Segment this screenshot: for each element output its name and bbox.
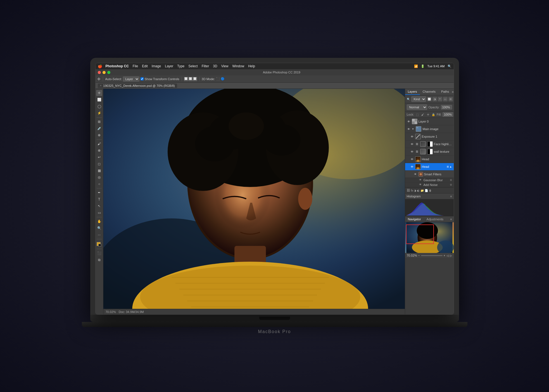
filter-type-icon[interactable]: T xyxy=(438,97,442,101)
filter-pixel-icon[interactable]: ⬜ xyxy=(427,97,432,101)
layer-eye-head1[interactable]: 👁 xyxy=(410,157,414,161)
fx-icon[interactable]: fx xyxy=(411,189,413,192)
doc-tab-close-icon[interactable]: × xyxy=(100,84,102,87)
tool-move[interactable]: ✛ xyxy=(96,90,102,96)
histogram-menu-icon[interactable]: ≡ xyxy=(450,195,452,198)
move-tool-icon[interactable]: ✛ xyxy=(97,77,101,81)
tool-heal[interactable]: ⊕ xyxy=(96,132,102,138)
lock-pixels-icon[interactable]: 🖌 xyxy=(420,112,425,117)
panel-menu-icon[interactable]: ≡ xyxy=(452,89,453,95)
layer-eye-layer0[interactable]: 👁 xyxy=(407,119,411,123)
menu-filter[interactable]: Filter xyxy=(202,64,209,68)
folder-icon[interactable]: 📁 xyxy=(420,189,424,192)
filter-adjust-icon[interactable]: ◑ xyxy=(432,97,437,101)
auto-select-dropdown[interactable]: Layer Group xyxy=(123,77,139,82)
tool-brush[interactable]: 🖌 xyxy=(96,141,102,147)
tool-quick-select[interactable]: ⚡ xyxy=(96,110,102,116)
align-left-icon[interactable]: ⬜ xyxy=(184,77,188,81)
opacity-input[interactable] xyxy=(441,105,452,109)
layer-eye-smart-filters[interactable]: 👁 xyxy=(413,172,417,176)
nav-zoom-out-icon[interactable]: ◁ xyxy=(446,254,449,257)
tool-pen[interactable]: ✒ xyxy=(96,190,102,196)
new-layer-icon[interactable]: 📄 xyxy=(425,189,428,192)
align-center-icon[interactable]: ⬜ xyxy=(189,77,192,81)
layer-item-main-image[interactable]: 👁 ▼ Main image xyxy=(405,125,454,133)
layer-item-add-noise[interactable]: 👁 Add Noise ⚙ xyxy=(405,183,454,187)
tool-shape[interactable]: ▭ xyxy=(96,210,102,216)
zoom-slider[interactable] xyxy=(421,255,443,256)
tab-channels[interactable]: Channels xyxy=(420,89,438,95)
menu-edit[interactable]: Edit xyxy=(142,64,148,68)
tab-adjustments[interactable]: Adjustments xyxy=(424,216,446,222)
3d-icon-2[interactable]: 🔵 xyxy=(221,77,225,81)
menu-layer[interactable]: Layer xyxy=(165,64,173,68)
layer-item-layer0[interactable]: 👁 Layer 0 xyxy=(405,118,454,125)
layer-item-head2[interactable]: 👁 Head ⊞ xyxy=(405,163,454,171)
tool-eyedropper[interactable]: 💉 xyxy=(96,125,102,132)
transform-controls-checkbox[interactable]: Show Transform Controls xyxy=(141,77,179,81)
align-right-icon[interactable]: ⬜ xyxy=(193,77,197,81)
search-icon[interactable]: 🔍 xyxy=(448,64,451,68)
layer-item-face-highlight[interactable]: 👁 ⛓ Face highlight xyxy=(405,140,454,148)
doc-tab-active[interactable]: × 190325_NYC_Derek-Afternoon.psd @ 70% (… xyxy=(98,83,177,88)
navigator-menu-icon[interactable]: ≡ xyxy=(450,218,454,221)
tool-eraser[interactable]: ◻ xyxy=(96,161,102,167)
layer-filter-dropdown[interactable]: Kind xyxy=(411,96,426,102)
fill-input[interactable] xyxy=(443,112,453,117)
tool-select-rect[interactable]: ⬜ xyxy=(96,97,102,103)
lock-position-icon[interactable]: ✛ xyxy=(426,112,430,117)
tool-blur[interactable]: ◎ xyxy=(96,174,102,180)
tab-paths[interactable]: Paths xyxy=(438,89,452,95)
color-swatches[interactable] xyxy=(96,242,102,248)
layer-item-head1[interactable]: 👁 Head xyxy=(405,156,454,163)
layer-eye-wall-texture[interactable]: 👁 xyxy=(410,150,414,154)
tool-dodge[interactable]: ○ xyxy=(96,181,102,187)
tool-hand[interactable]: ✋ xyxy=(96,218,102,224)
layer-item-smart-filters[interactable]: 👁 Smart Filters xyxy=(405,171,454,178)
panel-options-icon[interactable]: ≡ xyxy=(452,90,453,94)
link-layers-icon[interactable]: ⛓ xyxy=(407,188,410,192)
layer-item-gaussian-blur[interactable]: 👁 Gaussian Blur ⚙ xyxy=(405,178,454,183)
menu-file[interactable]: File xyxy=(133,64,138,68)
nav-zoom-in-icon[interactable]: ▷ xyxy=(450,254,452,257)
gaussian-blur-options-icon[interactable]: ⚙ xyxy=(450,179,452,181)
folder-expand-icon[interactable]: ▼ xyxy=(412,128,414,130)
3d-icon-1[interactable]: ⬛ xyxy=(216,77,220,81)
traffic-light-close[interactable] xyxy=(98,71,101,74)
background-color[interactable] xyxy=(98,244,101,247)
layer-eye-face-highlight[interactable]: 👁 xyxy=(410,142,414,146)
menu-3d[interactable]: 3D xyxy=(213,64,217,68)
layer-eye-exposure1[interactable]: 👁 xyxy=(410,135,414,138)
menu-image[interactable]: Image xyxy=(152,64,161,68)
menu-window[interactable]: Window xyxy=(232,64,244,68)
tool-clone[interactable]: ⊗ xyxy=(96,147,102,154)
filter-smart-icon[interactable]: ⊞ xyxy=(448,97,453,101)
adjustment-icon[interactable]: ◐ xyxy=(417,189,420,192)
tool-full-screen[interactable]: ⧉ xyxy=(96,257,102,263)
tool-path-select[interactable]: ↖ xyxy=(96,203,102,209)
menu-select[interactable]: Select xyxy=(188,64,198,68)
layer-eye-main-image[interactable]: 👁 xyxy=(407,127,411,131)
menu-type[interactable]: Type xyxy=(177,64,184,68)
tool-lasso[interactable]: ◯ xyxy=(96,103,102,109)
mask-icon[interactable]: ◑ xyxy=(414,189,416,192)
tool-more[interactable]: ··· xyxy=(96,232,102,238)
blend-mode-dropdown[interactable]: Normal Multiply Screen xyxy=(407,104,427,110)
navigator-viewport-rect[interactable] xyxy=(406,224,434,244)
tool-crop[interactable]: ⊞ xyxy=(96,119,102,125)
lock-transparent-icon[interactable]: ⬚ xyxy=(415,112,420,117)
tool-screen-mode[interactable]: ⬛ xyxy=(96,250,102,256)
gaussian-blur-eye[interactable]: 👁 xyxy=(419,178,422,182)
tool-history[interactable]: ↩ xyxy=(96,154,102,160)
filter-shape-icon[interactable]: ▭ xyxy=(443,97,448,101)
layer-item-wall-texture[interactable]: 👁 ⛓ wall texture xyxy=(405,148,454,156)
traffic-light-maximize[interactable] xyxy=(107,71,110,74)
zoom-minus-icon[interactable]: − xyxy=(418,254,420,257)
layer-item-exposure1[interactable]: 👁 Exposure 1 xyxy=(405,133,454,140)
traffic-light-minimize[interactable] xyxy=(103,71,106,74)
zoom-plus-icon[interactable]: + xyxy=(444,254,445,257)
menu-help[interactable]: Help xyxy=(248,64,255,68)
delete-layer-icon[interactable]: 🗑 xyxy=(429,189,432,192)
tool-zoom[interactable]: 🔍 xyxy=(96,225,102,231)
chevron-up-icon[interactable]: ▲ xyxy=(450,165,452,168)
